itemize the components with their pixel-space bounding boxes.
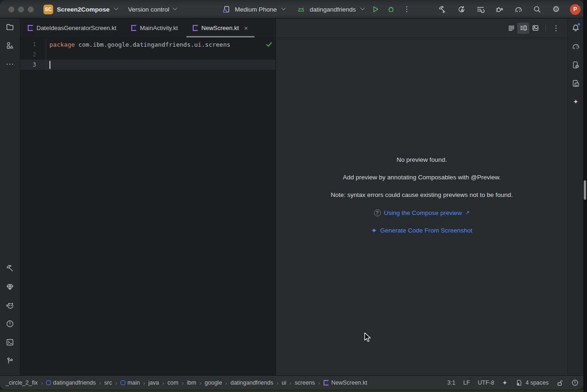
code-text: package com.ibm.google.datingandfriends.… (46, 41, 230, 48)
apply-code-changes-icon[interactable] (456, 4, 466, 14)
breadcrumb-item[interactable]: ui (281, 380, 286, 386)
breadcrumb-label: google (205, 380, 222, 386)
breadcrumb-separator-icon: › (115, 380, 117, 386)
zoom-window-button[interactable] (28, 6, 34, 12)
preview-toolbar: ⋮ (276, 18, 568, 38)
close-window-button[interactable] (8, 6, 14, 12)
breadcrumb-item[interactable]: main (121, 380, 140, 386)
breadcrumb-item[interactable]: datingandfriends (46, 380, 96, 386)
generate-code-row: ✦ Generate Code From Screenshot (276, 226, 568, 235)
syntax-note: Note: syntax errors could cause existing… (276, 190, 568, 200)
breadcrumb-item[interactable]: ibm (187, 380, 196, 386)
desktop-bottom-edge (0, 390, 583, 392)
breadcrumb-separator-icon: › (225, 380, 227, 386)
search-everywhere-icon[interactable] (532, 4, 542, 14)
design-view-icon[interactable] (529, 23, 541, 34)
breadcrumb-separator-icon: › (41, 380, 43, 386)
text-caret (49, 61, 50, 69)
status-bar: _circle_2_fix›datingandfriends›src›main›… (0, 375, 583, 390)
debug-button[interactable] (386, 4, 396, 14)
kotlin-file-icon (324, 380, 329, 386)
virtual-device-icon (221, 4, 231, 14)
rerun-with-changes-icon[interactable] (475, 4, 485, 14)
minimize-window-button[interactable] (18, 6, 24, 12)
notification-badge (577, 23, 581, 26)
line-number: 1 (20, 41, 36, 48)
gutter (36, 39, 46, 49)
device-selector[interactable]: Medium Phone (221, 0, 285, 18)
breadcrumb-item[interactable]: java (148, 380, 159, 386)
device-manager-icon[interactable] (569, 58, 582, 71)
help-icon[interactable]: ? (374, 209, 381, 216)
preview-empty-state: No preview found. Add preview by annotat… (276, 155, 568, 243)
code-editor[interactable]: 1 package com.ibm.google.datingandfriend… (20, 38, 275, 375)
terminal-tool-icon[interactable] (4, 336, 17, 349)
kotlin-file-icon (193, 25, 198, 31)
version-control-tool-icon[interactable] (4, 354, 17, 367)
breadcrumb-item[interactable]: src (104, 380, 112, 386)
build-tool-icon[interactable] (4, 262, 17, 275)
project-badge: SC (43, 5, 53, 14)
user-avatar[interactable]: P (570, 4, 581, 15)
tab-dateideasgeneratorscreen[interactable]: DateIdeasGeneratorScreen.kt (20, 18, 124, 37)
breadcrumb-item[interactable]: datingandfriends (231, 380, 273, 386)
breadcrumb-item[interactable]: google (205, 380, 222, 386)
error-analysis-icon[interactable] (571, 379, 579, 386)
app-quality-insights-icon[interactable] (4, 280, 17, 293)
tab-newscreen[interactable]: NewScreen.kt × (185, 18, 256, 37)
writable-lock-icon[interactable] (556, 380, 563, 386)
breadcrumb-label: _circle_2_fix (6, 380, 37, 386)
version-control-label: Version control (128, 6, 169, 13)
indent-widget[interactable]: 4 spaces (515, 379, 549, 386)
attach-debugger-icon[interactable] (494, 4, 504, 14)
breadcrumb-label: com (167, 380, 178, 386)
settings-gear-icon[interactable]: ⚙ (551, 4, 561, 14)
main-area: ⋯ (0, 18, 583, 375)
run-configuration-selector[interactable]: datingandfriends (296, 0, 364, 18)
tab-mainactivity[interactable]: MainActivity.kt (124, 18, 185, 37)
encoding-widget[interactable]: UTF-8 (478, 380, 494, 386)
compose-preview-docs-link[interactable]: Using the Compose preview (384, 209, 462, 216)
split-view-icon[interactable] (517, 23, 529, 34)
more-actions-button[interactable]: ⋮ (402, 4, 412, 14)
gradle-tool-icon[interactable] (569, 40, 582, 53)
logcat-icon[interactable] (4, 299, 17, 312)
run-button[interactable] (370, 4, 380, 14)
breadcrumb-separator-icon: › (289, 380, 291, 386)
preview-options-button[interactable]: ⋮ (550, 23, 562, 34)
running-devices-icon[interactable] (569, 77, 582, 90)
project-tool-icon[interactable] (4, 20, 17, 33)
gutter (36, 49, 46, 60)
breadcrumb-label: datingandfriends (53, 380, 96, 386)
resource-manager-icon[interactable] (4, 39, 17, 52)
close-tab-icon[interactable]: × (244, 24, 248, 31)
problems-tool-icon[interactable] (4, 317, 17, 330)
line-separator-widget[interactable]: LF (463, 380, 470, 386)
gradle-sync-icon[interactable] (513, 4, 523, 14)
chevron-down-icon (360, 6, 365, 10)
gemini-tool-icon[interactable]: ✦ (569, 95, 582, 108)
breadcrumb-label: NewScreen.kt (331, 380, 367, 386)
generate-code-link[interactable]: Generate Code From Screenshot (380, 227, 472, 234)
project-selector[interactable]: SC Screen2Compose (43, 0, 118, 18)
code-view-icon[interactable] (505, 23, 517, 34)
more-tool-windows-icon[interactable]: ⋯ (4, 57, 17, 70)
breadcrumb-item[interactable]: com (167, 380, 178, 386)
breadcrumb-item[interactable]: _circle_2_fix (6, 380, 37, 386)
notifications-bell-icon[interactable] (569, 21, 582, 34)
gemini-sparkle-icon: ✦ (371, 227, 377, 234)
breadcrumb-separator-icon: › (143, 380, 145, 386)
inspections-ok-icon[interactable] (265, 41, 273, 48)
breadcrumb-separator-icon: › (99, 380, 101, 386)
caret-position-widget[interactable]: 3:1 (447, 380, 455, 386)
indent-label: 4 spaces (526, 380, 549, 386)
breadcrumb-label: main (128, 380, 140, 386)
build-icon[interactable] (437, 4, 447, 14)
breadcrumb-separator-icon: › (199, 380, 201, 386)
gemini-status-icon[interactable]: ✦ (502, 380, 508, 386)
breadcrumb-item[interactable]: NewScreen.kt (324, 380, 367, 386)
breadcrumb-item[interactable]: screens (295, 380, 315, 386)
editor-tabs: DateIdeasGeneratorScreen.kt MainActivity… (20, 18, 275, 38)
gutter (36, 60, 46, 70)
version-control-selector[interactable]: Version control (128, 0, 177, 18)
